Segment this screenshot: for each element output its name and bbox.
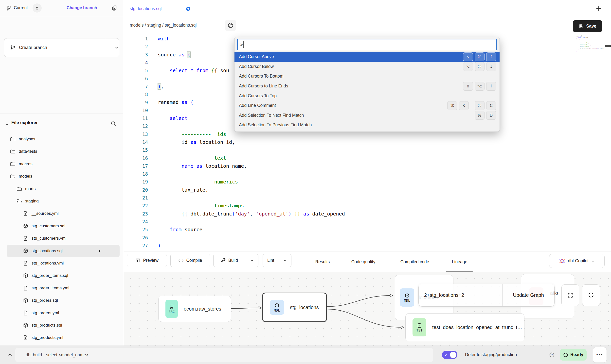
- compile-button[interactable]: Compile: [170, 254, 210, 267]
- file-name: stg_locations.yml: [32, 261, 64, 266]
- more-options-button[interactable]: •••: [593, 347, 607, 363]
- lint-button[interactable]: Lint: [263, 254, 291, 267]
- change-branch-link[interactable]: Change branch: [67, 0, 97, 16]
- file-tree-item[interactable]: data-tests: [7, 145, 120, 158]
- node-label: ecom.raw_stores: [184, 306, 221, 312]
- command-item[interactable]: Add Selection To Next Find Match⌘D: [234, 111, 500, 120]
- navigate-button[interactable]: [225, 20, 236, 31]
- refresh-button[interactable]: [582, 284, 600, 306]
- toggle-knob: [450, 352, 456, 358]
- save-button[interactable]: Save: [573, 20, 602, 32]
- line-number: 25: [124, 227, 148, 232]
- file-name: stg_customers.yml: [32, 236, 67, 241]
- file-name: stg_orders.yml: [32, 311, 59, 315]
- lineage-node-source[interactable]: SRC ecom.raw_stores: [158, 296, 231, 322]
- file-tree-item[interactable]: stg_order_items.sql: [7, 269, 120, 282]
- chevron-down-icon[interactable]: [110, 38, 124, 57]
- command-item[interactable]: Add Cursors To Top: [234, 91, 500, 101]
- file-tree-item[interactable]: analyses: [7, 133, 120, 145]
- lineage-node-stg-locations[interactable]: MDL stg_locations: [262, 293, 327, 322]
- tab-lineage[interactable]: Lineage: [449, 251, 470, 272]
- line-number: 8: [124, 92, 148, 97]
- command-palette-input[interactable]: >: [237, 39, 497, 50]
- keycap: K: [459, 101, 469, 110]
- new-tab-button[interactable]: [595, 5, 603, 13]
- folder-open-icon: [16, 198, 22, 204]
- update-graph-button[interactable]: Update Graph: [503, 284, 554, 306]
- line-number: 11: [124, 116, 148, 121]
- tab-code-quality[interactable]: Code quality: [346, 251, 380, 272]
- lineage-node-test[interactable]: TST test_does_location_opened_at_trunc_t…: [405, 313, 524, 341]
- file-tree-item[interactable]: stg_locations.sql: [7, 245, 120, 257]
- code-line[interactable]: 16 ---------- text: [124, 154, 579, 162]
- code-line[interactable]: 21: [124, 194, 579, 202]
- defer-toggle[interactable]: [442, 351, 457, 359]
- code-line[interactable]: 14 id as location_id,: [124, 138, 579, 146]
- chevron-down-icon[interactable]: [5, 122, 9, 127]
- code-line[interactable]: 15: [124, 146, 579, 154]
- file-tree-item[interactable]: macros: [7, 158, 120, 170]
- scrollbar-thumb[interactable]: [605, 45, 611, 47]
- preview-button[interactable]: Preview: [127, 254, 167, 267]
- keycap: ↓: [486, 62, 496, 71]
- file-tree-item[interactable]: __sources.yml: [7, 207, 120, 220]
- line-number: 7: [124, 84, 148, 89]
- command-item[interactable]: Add Line Comment⌘K⌘C: [234, 101, 500, 111]
- version-control-section: Version control Create branch: [0, 16, 123, 114]
- tab-stg-locations-sql[interactable]: stg_locations.sql: [123, 0, 223, 17]
- help-icon[interactable]: ?: [549, 352, 555, 358]
- clipboard-check-icon: [417, 323, 422, 328]
- file-tree-item[interactable]: staging: [7, 195, 120, 207]
- command-item[interactable]: Add Cursors to Line Ends⇧⌥I: [234, 81, 500, 91]
- command-item[interactable]: Add Cursor Above⌥⌘↑: [234, 52, 500, 62]
- search-icon[interactable]: [110, 121, 117, 127]
- code-line[interactable]: 18: [124, 170, 579, 178]
- code-line[interactable]: 26: [124, 233, 579, 241]
- file-name: staging: [25, 199, 39, 204]
- tab-compiled-code[interactable]: Compiled code: [395, 251, 435, 272]
- file-tree-item[interactable]: stg_products.sql: [7, 319, 120, 331]
- file-tree-item[interactable]: stg_orders.yml: [7, 307, 120, 319]
- file-tree-item[interactable]: stg_customers.yml: [7, 232, 120, 245]
- lineage-selector-input[interactable]: 2+stg_locations+2: [419, 284, 502, 306]
- create-branch-button[interactable]: Create branch: [4, 38, 119, 57]
- dbt-command-input[interactable]: dbt build --select <model_name>: [15, 348, 433, 362]
- code-line[interactable]: 23 {{ dbt.date_trunc('day', 'opened_at')…: [124, 210, 579, 218]
- file-tree-item[interactable]: stg_products.yml: [7, 331, 120, 344]
- chevron-up-icon[interactable]: [7, 351, 13, 358]
- line-number: 9: [124, 100, 148, 105]
- code-line[interactable]: 25 from source: [124, 226, 579, 233]
- code-line[interactable]: 27): [124, 242, 579, 249]
- file-tree-item[interactable]: models: [7, 170, 120, 182]
- copy-icon[interactable]: [111, 5, 117, 11]
- file-name: __sources.yml: [32, 211, 59, 216]
- line-number: 24: [124, 219, 148, 224]
- model-icon: [23, 298, 29, 303]
- build-button[interactable]: Build: [213, 254, 258, 267]
- dbt-copilot-button[interactable]: dbt Copilot: [549, 254, 605, 268]
- command-item[interactable]: Add Selection To Previous Find Match: [234, 120, 500, 130]
- tab-results[interactable]: Results: [312, 251, 333, 272]
- file-tree-item[interactable]: stg_orders.sql: [7, 294, 120, 307]
- file-tree-item[interactable]: stg_customers.sql: [7, 220, 120, 232]
- lint-dropdown-chevron[interactable]: [279, 258, 291, 263]
- breadcrumb-row: models / staging / stg_locations.sql Sav…: [124, 17, 611, 33]
- sidebar: Current Change branch Version control Cr…: [0, 0, 123, 346]
- line-number: 20: [124, 187, 148, 193]
- code-line[interactable]: 24: [124, 218, 579, 226]
- file-tree-item[interactable]: marts: [7, 183, 120, 195]
- code-line[interactable]: 20 tax_rate,: [124, 186, 579, 194]
- minimap[interactable]: withsource as ( select * from {{ sou),re…: [576, 35, 604, 53]
- file-tree-item[interactable]: stg_order_items.yml: [7, 282, 120, 294]
- file-tree-item[interactable]: stg_locations.yml: [7, 257, 120, 269]
- file-icon: [23, 335, 29, 341]
- build-dropdown-chevron[interactable]: [245, 258, 258, 263]
- code-line[interactable]: 19 ---------- numerics: [124, 178, 579, 186]
- command-item[interactable]: Add Cursor Below⌥⌘↓: [234, 62, 500, 72]
- code-line[interactable]: 22 ---------- timestamps: [124, 202, 579, 210]
- code-line[interactable]: 17 name as location_name,: [124, 162, 579, 170]
- fullscreen-button[interactable]: [561, 284, 579, 306]
- file-icon: [23, 211, 29, 216]
- command-item[interactable]: Add Cursors To Bottom: [234, 71, 500, 81]
- circle-icon: [563, 352, 568, 357]
